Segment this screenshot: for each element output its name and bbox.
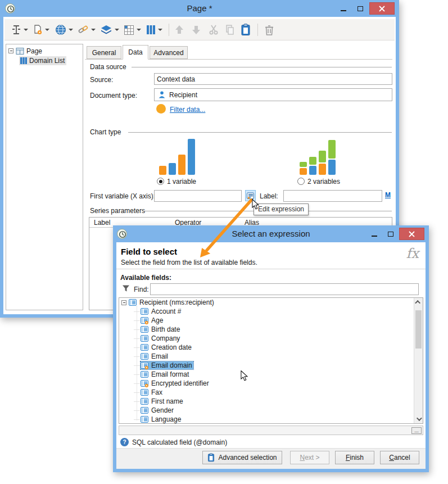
close-button[interactable] bbox=[399, 228, 424, 240]
document-type-value: Recipient bbox=[169, 91, 197, 99]
field-label: First name bbox=[150, 397, 184, 405]
field-label: Language bbox=[150, 415, 182, 423]
table-button[interactable] bbox=[124, 22, 141, 38]
scroll-up-button[interactable] bbox=[414, 298, 423, 306]
ellipsis-button[interactable]: ... bbox=[411, 427, 422, 434]
field-label: Fax bbox=[150, 388, 164, 396]
list-item[interactable]: Company bbox=[119, 334, 423, 343]
list-item[interactable]: Encrypted identifier bbox=[119, 379, 423, 388]
cancel-button[interactable]: Cancel bbox=[380, 451, 419, 464]
list-item[interactable]: Email domain bbox=[119, 361, 423, 370]
vertical-scrollbar[interactable] bbox=[414, 298, 423, 423]
edit-expression-tooltip: Edit expression bbox=[254, 203, 309, 215]
filter-data-link[interactable]: Filter data... bbox=[170, 106, 205, 114]
collapse-expander-icon[interactable] bbox=[121, 300, 126, 305]
web-button[interactable] bbox=[55, 22, 73, 38]
header-divider bbox=[116, 269, 426, 269]
move-down-button[interactable] bbox=[191, 22, 201, 38]
group-label-chart-type: Chart type bbox=[90, 128, 121, 136]
find-input[interactable] bbox=[150, 283, 419, 295]
dialog-client: Field to select Select the field from th… bbox=[116, 242, 426, 469]
cut-button[interactable] bbox=[208, 22, 219, 38]
field-icon bbox=[141, 388, 148, 396]
root-field-label: Recipient (nms:recipient) bbox=[138, 298, 215, 306]
maximize-button[interactable] bbox=[383, 228, 398, 240]
field-label: Company bbox=[150, 334, 181, 342]
tree-connector bbox=[134, 347, 140, 348]
list-item[interactable]: Account # bbox=[119, 307, 423, 316]
list-item[interactable]: Fax bbox=[119, 388, 423, 397]
select-expression-dialog: Select an expression Field to select Sel… bbox=[113, 225, 429, 472]
tab-advanced[interactable]: Advanced bbox=[150, 46, 188, 59]
tab-data[interactable]: Data bbox=[123, 45, 148, 60]
calculated-field-icon bbox=[141, 361, 148, 369]
dropdown-caret-icon bbox=[158, 29, 162, 31]
next-button[interactable]: Next > bbox=[290, 451, 329, 464]
page-toolbar bbox=[4, 19, 395, 40]
scissors-icon bbox=[208, 24, 219, 35]
chart-node-icon bbox=[20, 57, 28, 65]
close-button[interactable] bbox=[369, 2, 395, 15]
field-label: Email format bbox=[150, 370, 190, 378]
tree-item-domain-list[interactable]: Domain List bbox=[6, 56, 83, 65]
tree-connector bbox=[134, 365, 140, 366]
paste-button[interactable] bbox=[241, 22, 251, 38]
field-icon bbox=[141, 307, 148, 315]
column-header-label: Label bbox=[94, 219, 110, 227]
group-label-series-parameters: Series parameters bbox=[90, 207, 145, 215]
toolbar-separator bbox=[169, 24, 169, 36]
paste-clipboard-icon bbox=[241, 24, 251, 36]
document-type-field[interactable]: Recipient bbox=[154, 88, 392, 101]
list-item[interactable]: First name bbox=[119, 397, 423, 406]
radio-1-variable[interactable] bbox=[157, 178, 164, 185]
advanced-selection-button[interactable]: Advanced selection bbox=[202, 451, 282, 464]
metadata-link[interactable]: M bbox=[385, 191, 391, 199]
maximize-button[interactable] bbox=[352, 2, 368, 15]
copy-button[interactable] bbox=[225, 22, 235, 38]
minimize-button[interactable] bbox=[366, 228, 382, 240]
list-item[interactable]: Birth date bbox=[119, 325, 423, 334]
link-button[interactable] bbox=[78, 22, 96, 38]
edit-expression-button[interactable] bbox=[245, 190, 256, 201]
list-item[interactable]: Creation date bbox=[119, 343, 423, 352]
page-settings-button[interactable] bbox=[33, 22, 49, 38]
calculated-field-icon bbox=[141, 379, 148, 387]
finish-button[interactable]: Finish bbox=[335, 451, 374, 464]
delete-button[interactable] bbox=[264, 22, 274, 38]
tree-connector bbox=[134, 338, 140, 339]
radio-2-variables[interactable] bbox=[297, 178, 305, 185]
columns-icon bbox=[146, 24, 156, 35]
source-label: Source: bbox=[90, 76, 113, 84]
tree-connector bbox=[134, 329, 140, 330]
chart-button[interactable] bbox=[146, 22, 162, 38]
source-input[interactable] bbox=[154, 73, 392, 85]
data-element-button[interactable] bbox=[100, 22, 119, 38]
copy-icon bbox=[225, 24, 235, 35]
tree-item-page[interactable]: Page bbox=[6, 46, 83, 56]
collapse-expander-icon[interactable] bbox=[8, 48, 13, 53]
help-question-icon: ? bbox=[120, 438, 129, 446]
list-item-root[interactable]: Recipient (nms:recipient) bbox=[119, 298, 423, 307]
scrollbar-thumb[interactable] bbox=[415, 310, 422, 349]
recipient-person-icon bbox=[158, 91, 166, 99]
move-up-button[interactable] bbox=[174, 22, 184, 38]
minimize-button[interactable] bbox=[336, 2, 351, 15]
chevron-up-icon bbox=[415, 300, 420, 306]
list-item[interactable]: Email format bbox=[119, 370, 423, 379]
arrow-down-icon bbox=[191, 24, 201, 35]
axis-label-input[interactable] bbox=[283, 190, 382, 202]
close-icon bbox=[409, 231, 415, 237]
field-icon bbox=[141, 415, 148, 423]
dropdown-caret-icon bbox=[24, 29, 28, 31]
list-item[interactable]: Email bbox=[119, 352, 423, 361]
field-label: Gender bbox=[150, 406, 175, 414]
page-gear-icon bbox=[33, 24, 43, 35]
first-variable-input[interactable] bbox=[154, 190, 242, 202]
find-label: Find: bbox=[134, 286, 149, 293]
insert-text-button[interactable] bbox=[11, 22, 28, 38]
list-item[interactable]: Language bbox=[119, 415, 423, 424]
tab-general[interactable]: General bbox=[87, 46, 121, 59]
scroll-down-button[interactable] bbox=[414, 415, 423, 423]
list-item[interactable]: Age bbox=[119, 316, 423, 325]
list-item[interactable]: Gender bbox=[119, 406, 423, 415]
